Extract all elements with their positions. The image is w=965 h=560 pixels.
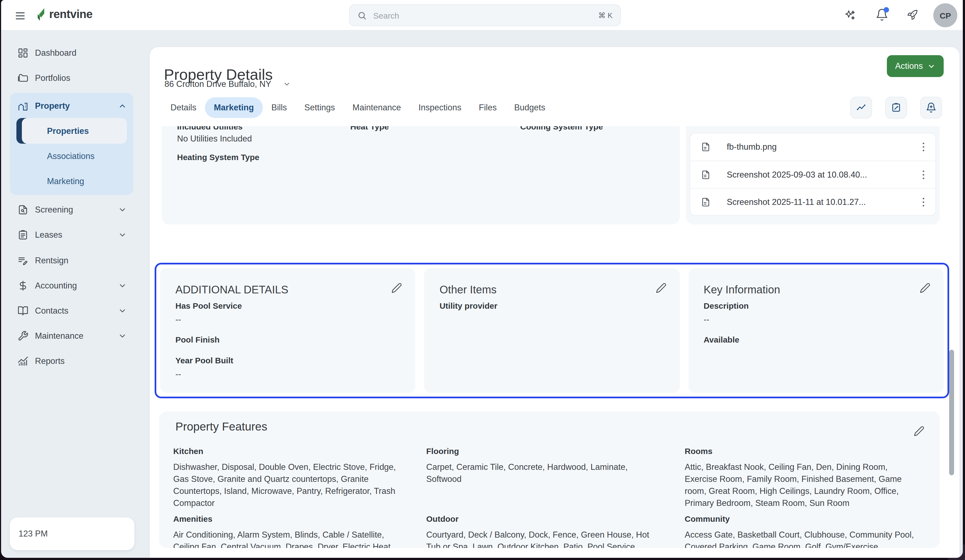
card-title: ADDITIONAL DETAILS [175,284,401,296]
signature-icon [18,255,28,266]
sidebar-item-label: Associations [47,151,95,161]
field-label: Utility provider [440,301,497,310]
rocket-icon[interactable] [906,9,918,21]
file-name: Screenshot 2025-09-03 at 10.08.40... [727,170,867,180]
sidebar-item-dashboard[interactable]: Dashboard [10,43,133,63]
sidebar-item-label: Marketing [47,176,84,186]
folder-icon [18,73,28,83]
sidebar-item-label: Reports [35,356,65,366]
file-list: fb-thumb.png Screenshot 2025-09-03 at 10… [690,133,936,216]
tab-inspections[interactable]: Inspections [410,97,470,118]
feature-group-flooring: Flooring Carpet, Ceramic Tile, Concrete,… [419,446,659,485]
feature-group-text: Attic, Breakfast Nook, Ceiling Fan, Den,… [685,461,918,509]
screen: rentvine ⌘ K [0,0,965,560]
feature-group-label: Kitchen [173,446,203,456]
feature-group-community: Community Access Gate, Basketball Court,… [677,514,918,548]
file-menu-kebab-icon[interactable] [917,168,930,181]
actions-button[interactable]: Actions [887,55,944,77]
field-value: -- [175,369,181,379]
tab-settings[interactable]: Settings [296,97,344,118]
feature-group-text: Access Gate, Basketball Court, Clubhouse… [685,529,918,548]
chevron-down-icon [927,62,936,70]
field-label: Cooling System Type [520,126,603,131]
clipboard-pencil-icon [891,102,901,113]
rentvine-logo[interactable]: rentvine [35,7,93,21]
tab-budgets[interactable]: Budgets [505,97,554,118]
file-menu-kebab-icon[interactable] [917,140,930,153]
field-label: Year Pool Built [175,356,233,365]
edit-pencil-icon[interactable] [656,282,666,293]
add-alert-button[interactable] [920,97,942,119]
wrench-icon [18,331,28,341]
tab-maintenance[interactable]: Maintenance [344,97,410,118]
chevron-down-icon [118,206,127,214]
field-label: Included Utilities [177,126,243,131]
chevron-up-icon [118,101,127,110]
ai-sparkles-icon[interactable] [844,9,856,21]
search-input[interactable] [372,10,593,21]
property-selector[interactable]: 86 Crofton Drive Buffalo, NY [165,79,291,89]
file-row[interactable]: fb-thumb.png [690,133,936,161]
main-panel: Property Details Actions 86 Crofton Driv… [150,47,960,558]
search-shortcut: ⌘ K [598,11,613,20]
sidebar-item-leases[interactable]: Leases [10,225,133,245]
activity-chart-button[interactable] [850,97,872,119]
property-features-card: Property Features Kitchen Dishwasher, Di… [159,411,940,548]
utilities-card: Included Utilities Heat Type Cooling Sys… [162,126,680,225]
sidebar-item-accounting[interactable]: Accounting [10,276,133,296]
field-value: -- [175,315,181,325]
sidebar-item-portfolios[interactable]: Portfolios [10,68,133,88]
edit-pencil-icon[interactable] [920,282,931,293]
sidebar-item-marketing[interactable]: Marketing [16,173,127,190]
menu-icon[interactable] [14,10,26,21]
tab-details[interactable]: Details [162,97,205,118]
scrollbar-thumb[interactable] [949,349,954,475]
file-name: Screenshot 2025-11-11 at 10.01.27... [727,197,866,207]
avatar[interactable]: CP [933,3,957,27]
file-name: fb-thumb.png [727,142,777,152]
sidebar-item-contacts[interactable]: Contacts [10,301,133,321]
feature-group-kitchen: Kitchen Dishwasher, Disposal, Double Ove… [166,446,407,509]
tab-marketing[interactable]: Marketing [205,97,263,118]
file-icon [701,169,710,180]
sidebar-item-rentsign[interactable]: Rentsign [10,251,133,271]
kebab-icon [917,196,930,209]
sidebar-item-reports[interactable]: Reports [10,351,133,371]
feature-group-label: Outdoor [426,514,458,523]
sidebar-item-maintenance[interactable]: Maintenance [10,326,133,346]
chevron-down-icon [283,80,291,88]
edit-pencil-icon[interactable] [914,426,924,436]
dashboard-icon [18,47,28,59]
chevron-down-icon [118,307,127,315]
actions-button-label: Actions [895,61,923,71]
feature-group-label: Community [685,514,730,523]
additional-details-card: ADDITIONAL DETAILS Has Pool Service -- P… [160,268,415,393]
tab-bills[interactable]: Bills [263,97,296,118]
field-label: Has Pool Service [175,301,242,310]
feature-group-text: Carpet, Ceramic Tile, Concrete, Hardwood… [426,461,659,485]
sidebar-item-properties[interactable]: Properties [16,118,127,144]
sidebar-item-property[interactable]: Property [10,96,133,116]
sidebar-item-label: Maintenance [35,331,83,341]
field-value: -- [703,315,709,325]
feature-group-amenities: Amenities Air Conditioning, Alarm System… [166,514,407,548]
field-label: Description [703,301,749,310]
time-badge-text: 123 PM [19,529,48,539]
sidebar-item-label: Rentsign [35,256,68,266]
file-row[interactable]: Screenshot 2025-09-03 at 10.08.40... [690,161,936,188]
edit-pencil-icon[interactable] [391,282,402,293]
edit-note-button[interactable] [885,97,907,119]
notifications-bell-icon[interactable] [875,8,888,21]
file-row[interactable]: Screenshot 2025-11-11 at 10.01.27... [690,188,936,215]
sidebar-item-label: Accounting [35,281,77,291]
sidebar-item-associations[interactable]: Associations [16,147,127,165]
global-search[interactable]: ⌘ K [349,4,621,26]
file-icon [701,196,710,207]
sidebar-item-label: Contacts [35,306,68,316]
file-menu-kebab-icon[interactable] [917,196,930,209]
tab-files[interactable]: Files [470,97,505,118]
sidebar-item-screening[interactable]: Screening [10,200,133,220]
feature-group-rooms: Rooms Attic, Breakfast Nook, Ceiling Fan… [677,446,918,509]
sidebar-item-label: Screening [35,205,73,215]
sidebar-item-label: Dashboard [35,48,77,58]
